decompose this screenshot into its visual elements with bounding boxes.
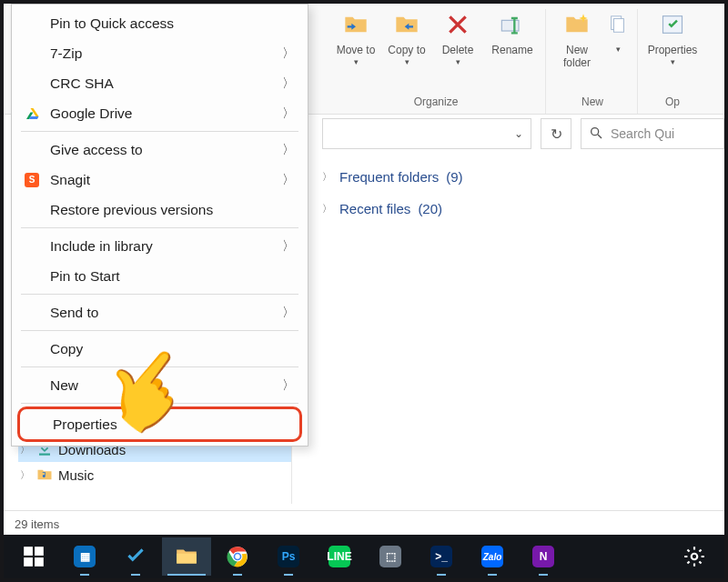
dropdown-caret-icon: ▾ bbox=[456, 57, 460, 66]
submenu-arrow-icon: 〉 bbox=[282, 238, 295, 255]
ctx-new[interactable]: New 〉 bbox=[12, 370, 308, 400]
tree-item-label: Music bbox=[58, 467, 94, 483]
chevron-right-icon: 〉 bbox=[322, 170, 332, 184]
submenu-arrow-icon: 〉 bbox=[282, 305, 295, 321]
ctx-pin-quick-access[interactable]: Pin to Quick access bbox=[12, 8, 308, 38]
ctx-send-to[interactable]: Send to 〉 bbox=[12, 297, 308, 327]
properties-ribbon-button[interactable]: Properties ▾ bbox=[645, 9, 700, 66]
item-count: 29 items bbox=[15, 517, 59, 531]
submenu-arrow-icon: 〉 bbox=[282, 105, 295, 122]
ctx-snagit[interactable]: S Snagit 〉 bbox=[12, 165, 308, 195]
status-bar: 29 items bbox=[15, 517, 59, 531]
chevron-right-icon: 〉 bbox=[322, 202, 332, 216]
delete-icon bbox=[444, 11, 471, 38]
svg-rect-8 bbox=[39, 454, 50, 456]
menu-separator bbox=[21, 131, 298, 132]
ctx-crc-sha[interactable]: CRC SHA 〉 bbox=[12, 68, 308, 98]
submenu-arrow-icon: 〉 bbox=[282, 45, 295, 62]
svg-marker-10 bbox=[29, 116, 39, 119]
svg-rect-16 bbox=[177, 554, 197, 564]
new-item-button[interactable]: ▾ bbox=[604, 9, 632, 69]
taskbar-app-line[interactable]: LINE bbox=[315, 537, 364, 576]
submenu-arrow-icon: 〉 bbox=[282, 172, 295, 188]
taskbar-app-photoshop[interactable]: Ps bbox=[264, 537, 313, 576]
tree-item-music[interactable]: 〉 Music bbox=[18, 462, 291, 487]
svg-point-20 bbox=[692, 554, 698, 560]
frequent-folders-section[interactable]: 〉 Frequent folders (9) bbox=[322, 169, 724, 185]
ctx-include-in-library[interactable]: Include in library 〉 bbox=[12, 231, 308, 261]
google-drive-icon bbox=[23, 105, 41, 122]
submenu-arrow-icon: 〉 bbox=[282, 75, 295, 92]
menu-separator bbox=[21, 403, 298, 404]
refresh-icon: ↻ bbox=[551, 125, 562, 143]
move-to-button[interactable]: Move to ▾ bbox=[332, 9, 379, 66]
new-folder-icon bbox=[563, 11, 591, 38]
svg-rect-13 bbox=[35, 547, 44, 556]
svg-rect-12 bbox=[24, 547, 33, 556]
taskbar-app-generic2[interactable]: ⬚ bbox=[366, 537, 415, 576]
recent-files-section[interactable]: 〉 Recent files (20) bbox=[322, 201, 724, 216]
ctx-copy[interactable]: Copy bbox=[12, 334, 308, 364]
ctx-properties[interactable]: Properties bbox=[17, 406, 302, 442]
svg-rect-1 bbox=[513, 18, 515, 33]
properties-icon bbox=[659, 11, 686, 38]
ctx-restore-previous[interactable]: Restore previous versions bbox=[12, 195, 308, 225]
svg-line-7 bbox=[598, 135, 602, 138]
start-button[interactable] bbox=[9, 537, 58, 576]
rename-button[interactable]: Rename bbox=[485, 9, 540, 66]
svg-rect-15 bbox=[35, 557, 44, 567]
chevron-down-icon: ⌄ bbox=[514, 127, 523, 140]
dropdown-caret-icon: ▾ bbox=[405, 57, 410, 66]
submenu-arrow-icon: 〉 bbox=[282, 142, 295, 158]
taskbar-app-powershell[interactable]: >_ bbox=[417, 537, 466, 576]
ctx-7zip[interactable]: 7-Zip 〉 bbox=[12, 38, 308, 68]
menu-separator bbox=[21, 330, 298, 331]
taskbar-app-zalo[interactable]: Zalo bbox=[468, 537, 517, 576]
new-item-icon bbox=[604, 11, 632, 38]
submenu-arrow-icon: 〉 bbox=[282, 377, 295, 394]
copy-to-icon bbox=[393, 11, 420, 38]
search-input[interactable]: Search Qui bbox=[581, 118, 724, 149]
taskbar-app-onenote[interactable]: N bbox=[519, 537, 568, 576]
ctx-google-drive[interactable]: Google Drive 〉 bbox=[12, 98, 308, 128]
taskbar-app-explorer[interactable] bbox=[162, 537, 211, 576]
address-dropdown[interactable]: ⌄ bbox=[322, 118, 531, 149]
section-label: Frequent folders bbox=[339, 169, 439, 185]
search-placeholder: Search Qui bbox=[611, 126, 674, 141]
copy-to-button[interactable]: Copy to ▾ bbox=[383, 9, 430, 66]
menu-separator bbox=[21, 366, 298, 367]
taskbar-app-generic[interactable]: ▦ bbox=[60, 537, 109, 576]
dropdown-caret-icon: ▾ bbox=[671, 57, 675, 66]
taskbar-settings[interactable] bbox=[670, 537, 719, 576]
ctx-pin-to-start[interactable]: Pin to Start bbox=[12, 261, 308, 291]
delete-button[interactable]: Delete ▾ bbox=[434, 9, 481, 66]
dropdown-caret-icon: ▾ bbox=[354, 57, 359, 66]
menu-separator bbox=[21, 294, 298, 295]
svg-point-6 bbox=[592, 127, 599, 135]
section-count: (9) bbox=[446, 169, 462, 185]
svg-rect-4 bbox=[613, 19, 623, 33]
taskbar: ▦ Ps LINE ⬚ >_ Zalo N bbox=[4, 535, 724, 578]
search-icon bbox=[589, 125, 603, 143]
chevron-right-icon: 〉 bbox=[18, 468, 31, 482]
snagit-icon: S bbox=[23, 173, 41, 187]
svg-point-19 bbox=[235, 554, 239, 558]
new-folder-button[interactable]: New folder bbox=[553, 9, 601, 69]
section-count: (20) bbox=[418, 201, 442, 216]
taskbar-app-todo[interactable] bbox=[111, 537, 160, 576]
menu-separator bbox=[21, 227, 298, 228]
ribbon-group-new: New folder ▾ New bbox=[548, 9, 638, 114]
ribbon-group-open: Properties ▾ Op bbox=[640, 9, 705, 114]
move-to-icon bbox=[342, 11, 369, 38]
rename-icon bbox=[499, 11, 526, 38]
ribbon-group-organize: Move to ▾ Copy to ▾ Delete ▾ bbox=[327, 9, 546, 114]
ctx-give-access-to[interactable]: Give access to 〉 bbox=[12, 135, 308, 165]
ribbon-group-label: Op bbox=[665, 94, 680, 114]
taskbar-app-chrome[interactable] bbox=[213, 537, 262, 576]
refresh-button[interactable]: ↻ bbox=[541, 118, 571, 149]
svg-rect-0 bbox=[501, 20, 519, 31]
section-label: Recent files bbox=[339, 201, 410, 216]
statusbar-divider bbox=[4, 510, 724, 511]
svg-rect-14 bbox=[24, 557, 33, 567]
ribbon-group-label: New bbox=[581, 94, 603, 114]
